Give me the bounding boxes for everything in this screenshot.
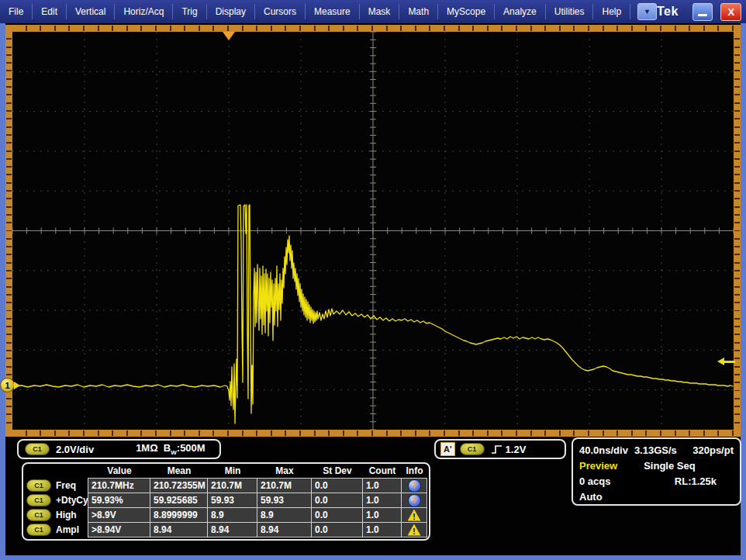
record-length: RL:1.25k [675, 475, 717, 487]
timebase: 40.0ns/div [579, 444, 628, 456]
measurement-min: 210.7M [207, 478, 257, 493]
menu-trig[interactable]: Trig [173, 0, 205, 23]
vertical-scale: 2.0V/div [56, 444, 94, 455]
menu-measure[interactable]: Measure [306, 0, 359, 23]
measurement-mean: 8.94 [150, 522, 208, 538]
info-warning-icon[interactable]: ! [408, 524, 421, 536]
measurement-count: 1.0 [362, 507, 402, 523]
measurement-value: >8.94V [88, 522, 150, 538]
graticule-display [12, 32, 734, 430]
measurement-info-cell: ? [401, 493, 427, 508]
close-button[interactable]: X [720, 3, 741, 21]
trigger-level-arrow-icon [717, 358, 724, 365]
acquisition-count: 0 acqs [579, 475, 610, 487]
menu-help[interactable]: Help [593, 0, 630, 23]
frame-ticks-right [734, 32, 740, 430]
column-header-mean: Mean [150, 465, 208, 478]
menu-display[interactable]: Display [207, 0, 254, 23]
readout-panel: C1 2.0V/div 1MΩ BW:500M A' C1 1.2V 40.0n… [5, 437, 741, 555]
trigger-level-arrow-bar [724, 361, 735, 363]
measurement-max: 8.94 [257, 522, 312, 538]
info-question-icon[interactable]: ? [408, 494, 421, 507]
channel-badge: C1 [26, 524, 51, 536]
input-impedance: 1MΩ BW:500M [136, 442, 205, 456]
channel1-marker-number: 1 [0, 378, 15, 392]
measurement-max: 59.93 [257, 493, 312, 508]
preview-status: Preview [579, 460, 617, 472]
column-header-st-dev: St Dev [312, 465, 363, 478]
measurement-stdev: 0.0 [311, 493, 363, 508]
menu-analyze[interactable]: Analyze [495, 0, 545, 23]
trigger-source-badge: A' [440, 442, 455, 456]
channel-badge: C1 [26, 479, 51, 492]
rising-edge-icon [491, 444, 503, 455]
measurement-label: C1+DtyCyc [25, 493, 88, 507]
channel-badge: C1 [26, 509, 51, 521]
menu-math[interactable]: Math [399, 0, 437, 23]
frame-ticks-top [12, 26, 734, 31]
bandwidth-readout: BW:500M [164, 442, 205, 454]
column-header-count: Count [363, 465, 402, 478]
trigger-mode: Auto [579, 491, 603, 503]
trigger-channel-badge: C1 [460, 443, 485, 455]
channel1-position-marker[interactable]: 1 [0, 378, 20, 392]
measurement-mean: 8.8999999 [150, 507, 208, 523]
trigger-level-marker[interactable] [717, 358, 735, 365]
scope-content-area: C1 2.0V/div 1MΩ BW:500M A' C1 1.2V 40.0n… [5, 23, 741, 555]
measurement-stdev: 0.0 [311, 522, 363, 538]
channel1-marker-arrow-icon [14, 382, 20, 389]
measurement-min: 8.94 [207, 522, 257, 538]
menu-myscope[interactable]: MyScope [438, 0, 494, 23]
measurement-info-cell: ! [401, 522, 427, 538]
trigger-position-marker[interactable] [223, 32, 235, 40]
measurement-count: 1.0 [362, 478, 402, 493]
measurement-stdev: 0.0 [311, 507, 363, 523]
minimize-button[interactable] [692, 3, 713, 21]
measurement-row-high: C1High>8.9V8.89999998.98.90.01.0! [25, 507, 427, 522]
menu-horiz-acq[interactable]: Horiz/Acq [115, 0, 172, 23]
info-question-icon[interactable]: ? [408, 479, 421, 493]
measurement-value: 210.7MHz [88, 478, 150, 493]
measurement-mean: 59.925685 [150, 493, 208, 508]
trigger-readout[interactable]: A' C1 1.2V [434, 439, 566, 459]
menu-utilities[interactable]: Utilities [546, 0, 593, 23]
menu-edit[interactable]: Edit [33, 0, 66, 23]
menu-bar: FileEditVerticalHoriz/AcqTrigDisplayCurs… [0, 0, 746, 23]
measurement-name: Ampl [56, 524, 79, 535]
measurement-stdev: 0.0 [311, 478, 363, 493]
measurement-row-freq: C1Freq210.7MHz210.72355M210.7M210.7M0.01… [25, 478, 427, 493]
chevron-down-icon: ▼ [644, 8, 651, 16]
measurement-value: >8.9V [88, 507, 150, 523]
waveform-trace [16, 205, 733, 423]
sample-rate: 3.13GS/s [634, 444, 677, 456]
close-icon: X [727, 6, 734, 18]
column-header-info: Info [402, 465, 427, 478]
info-warning-icon[interactable]: ! [408, 510, 421, 521]
menu-vertical[interactable]: Vertical [67, 0, 114, 23]
measurement-label: C1High [25, 507, 88, 522]
channel-badge: C1 [25, 443, 50, 455]
menu-cursors[interactable]: Cursors [255, 0, 305, 23]
measurement-name: Freq [56, 480, 76, 491]
measurement-info-cell: ! [401, 507, 427, 523]
channel-readout[interactable]: C1 2.0V/div 1MΩ BW:500M [17, 439, 221, 459]
column-header-value: Value [88, 465, 150, 478]
measurement-name: High [56, 510, 77, 520]
horizontal-readout[interactable]: 40.0ns/div 3.13GS/s 320ps/pt Preview Sin… [572, 437, 741, 506]
measurement-value: 59.93% [88, 493, 150, 508]
measurement-info-cell: ? [401, 478, 427, 493]
channel-badge: C1 [26, 494, 51, 506]
menu-dropdown-button[interactable]: ▼ [637, 3, 657, 20]
frame-ticks-left [6, 32, 12, 430]
frame-ticks-bottom [12, 430, 734, 436]
menu-mask[interactable]: Mask [360, 0, 399, 23]
measurement-header-row: ValueMeanMinMaxSt DevCountInfo [25, 465, 427, 478]
measurement-count: 1.0 [362, 522, 402, 538]
minimize-icon [698, 14, 707, 16]
measurement-count: 1.0 [362, 493, 402, 508]
measurement-max: 8.9 [257, 507, 312, 523]
menu-file[interactable]: File [0, 0, 32, 23]
measurement-label: C1Freq [25, 478, 88, 493]
acquisition-mode: Single Seq [644, 460, 695, 472]
menu-separator [630, 4, 630, 19]
